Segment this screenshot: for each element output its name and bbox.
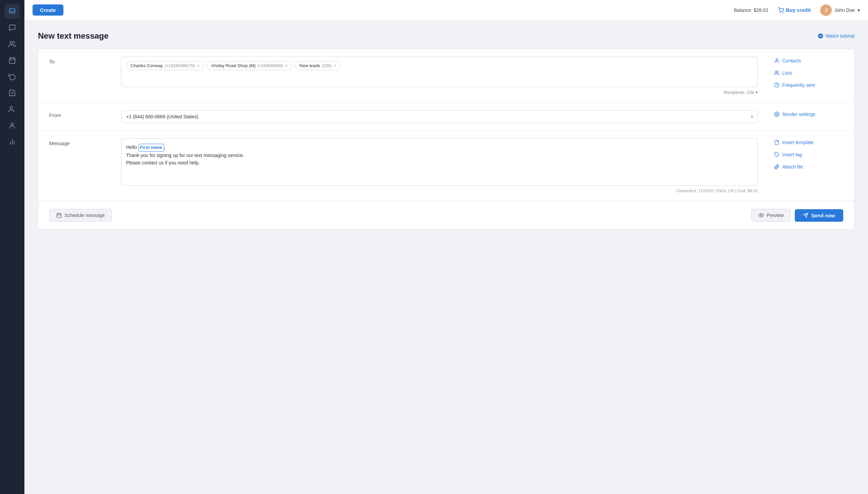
clock-icon <box>774 82 779 88</box>
page-title: New text message <box>38 31 109 41</box>
topnav: Create Balance: $28.02 Buy credit J John… <box>24 0 868 20</box>
form-card: To Charles Conway (+13105499270) × Ahsle… <box>38 49 854 230</box>
char-info: Characters: 115/918 | Parts: 1/6 | Cost:… <box>121 189 758 193</box>
play-icon <box>817 33 824 39</box>
tag-charles-conway: Charles Conway (+13105499270) × <box>126 61 204 70</box>
eye-icon <box>758 213 764 218</box>
from-phone-select[interactable]: +1 (844) 600-0669 (United States) <box>121 110 758 123</box>
message-body: Hello First name, Thank you for signing … <box>113 131 766 201</box>
svg-point-18 <box>776 114 777 115</box>
schedule-message-button[interactable]: Schedule message <box>49 209 112 222</box>
sidebar-item-messages[interactable] <box>5 20 20 35</box>
svg-point-7 <box>11 123 13 126</box>
chevron-down-icon: ▾ <box>857 7 860 13</box>
from-label-col: From <box>38 103 113 131</box>
preview-button[interactable]: Preview <box>751 209 791 222</box>
sidebar-item-analytics[interactable] <box>5 134 20 149</box>
footer-right: Preview Send now <box>751 209 843 222</box>
lists-action[interactable]: Lists <box>774 69 846 77</box>
gear-icon <box>774 112 779 117</box>
remove-tag-new-leads[interactable]: × <box>334 63 336 68</box>
sidebar-item-calendar[interactable] <box>5 53 20 68</box>
sidebar-item-tasks[interactable] <box>5 86 20 100</box>
template-icon <box>774 140 779 145</box>
to-label-col: To <box>38 49 113 102</box>
message-sidebar: Insert template Insert tag Attach file <box>766 131 854 201</box>
calendar-icon <box>56 213 62 218</box>
from-select-wrapper: +1 (844) 600-0669 (United States) ▾ <box>121 110 758 123</box>
message-preview[interactable]: Hello First name, Thank you for signing … <box>121 138 758 186</box>
send-icon <box>803 213 808 218</box>
attach-file-action[interactable]: Attach file <box>774 163 846 171</box>
to-field[interactable]: Charles Conway (+13105499270) × Ahsley R… <box>121 57 758 87</box>
to-sidebar: Contacts Lists Frequently sent <box>766 49 854 102</box>
sender-settings-action[interactable]: Sender settings <box>774 110 846 118</box>
firstname-tag: First name <box>138 144 164 152</box>
sidebar-item-teams[interactable] <box>5 102 20 117</box>
sidebar-item-account[interactable] <box>5 118 20 133</box>
to-body: Charles Conway (+13105499270) × Ahsley R… <box>113 49 766 102</box>
svg-point-15 <box>776 59 777 60</box>
contacts-action[interactable]: Contacts <box>774 57 846 65</box>
from-section: From +1 (844) 600-0669 (United States) ▾ <box>38 103 854 131</box>
svg-rect-20 <box>57 214 61 218</box>
buy-credit-button[interactable]: Buy credit <box>774 5 815 15</box>
message-section: Message Hello First name, Thank you for … <box>38 131 854 201</box>
tag-new-leads: New leads (236) × <box>295 61 341 70</box>
remove-tag-ahsley[interactable]: × <box>285 63 288 68</box>
recipients-count: Recipients: 238 <box>724 90 754 95</box>
content-area: New text message Watch tutorial To Charl… <box>24 20 868 494</box>
watch-tutorial-button[interactable]: Watch tutorial <box>817 33 854 39</box>
insert-tag-action[interactable]: Insert tag <box>774 151 846 159</box>
svg-point-1 <box>10 41 13 44</box>
to-section: To Charles Conway (+13105499270) × Ahsle… <box>38 49 854 103</box>
svg-point-6 <box>10 107 13 109</box>
lists-icon <box>774 70 779 76</box>
insert-template-action[interactable]: Insert template <box>774 138 846 147</box>
sidebar-item-contacts[interactable] <box>5 37 20 52</box>
message-prefix: Hello <box>126 145 138 150</box>
cart-icon <box>778 7 784 13</box>
page-header: New text message Watch tutorial <box>38 31 854 41</box>
message-comma: , <box>164 145 166 150</box>
create-button[interactable]: Create <box>33 4 63 16</box>
user-menu-button[interactable]: J John Doe ▾ <box>820 4 860 16</box>
sidebar <box>0 0 24 494</box>
svg-point-16 <box>775 71 777 73</box>
avatar: J <box>820 4 832 16</box>
frequently-sent-action[interactable]: Frequently sent <box>774 81 846 89</box>
tag-icon <box>774 152 779 157</box>
to-label: To <box>49 59 55 64</box>
from-body: +1 (844) 600-0669 (United States) ▾ <box>113 103 766 131</box>
svg-point-24 <box>760 215 762 216</box>
message-body-text: Thank you for signing up for our text me… <box>126 153 244 166</box>
sidebar-item-history[interactable] <box>5 69 20 84</box>
paperclip-icon <box>774 164 779 170</box>
user-name: John Doe <box>834 7 855 13</box>
main-area: Create Balance: $28.02 Buy credit J John… <box>24 0 868 494</box>
recipients-row: Recipients: 238 ▾ <box>121 90 758 95</box>
from-sidebar: Sender settings <box>766 103 854 131</box>
tag-ahsley-road: Ahsley Road Shop (M) (+162640400) × <box>207 61 292 70</box>
form-footer: Schedule message Preview Send now <box>38 201 854 229</box>
contacts-icon <box>774 58 779 63</box>
message-label: Message <box>49 140 70 146</box>
sidebar-item-compose[interactable] <box>5 4 20 19</box>
svg-point-11 <box>780 12 780 13</box>
remove-tag-charles[interactable]: × <box>197 63 200 68</box>
balance-display: Balance: $28.02 <box>734 7 768 13</box>
send-now-button[interactable]: Send now <box>795 209 843 222</box>
recipients-dropdown-caret[interactable]: ▾ <box>755 90 758 95</box>
message-label-col: Message <box>38 131 113 201</box>
svg-point-12 <box>783 12 783 13</box>
from-label: From <box>49 112 61 118</box>
svg-rect-2 <box>9 58 15 64</box>
